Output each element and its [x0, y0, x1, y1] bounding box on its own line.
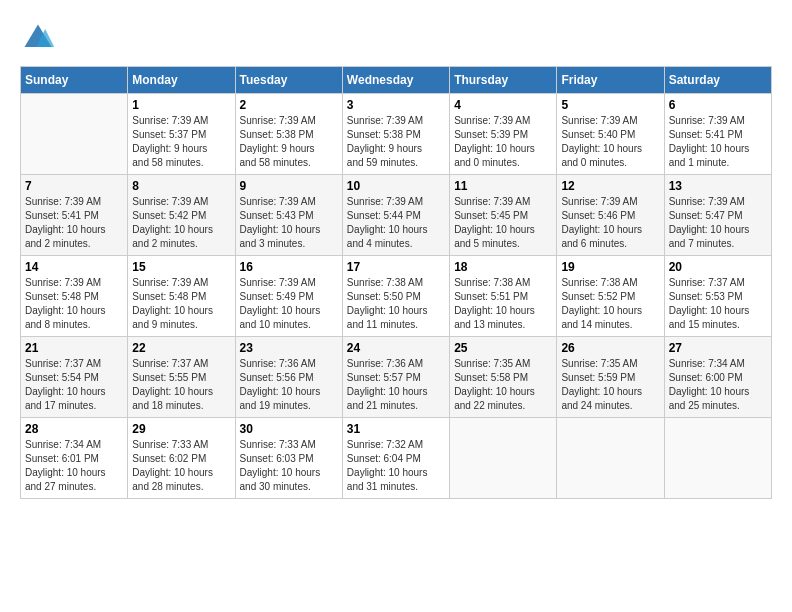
day-info: Sunrise: 7:37 AM Sunset: 5:53 PM Dayligh… [669, 276, 767, 332]
day-number: 26 [561, 341, 659, 355]
day-info: Sunrise: 7:33 AM Sunset: 6:03 PM Dayligh… [240, 438, 338, 494]
day-info: Sunrise: 7:34 AM Sunset: 6:00 PM Dayligh… [669, 357, 767, 413]
day-number: 29 [132, 422, 230, 436]
day-info: Sunrise: 7:39 AM Sunset: 5:43 PM Dayligh… [240, 195, 338, 251]
calendar-cell: 2Sunrise: 7:39 AM Sunset: 5:38 PM Daylig… [235, 94, 342, 175]
day-info: Sunrise: 7:39 AM Sunset: 5:49 PM Dayligh… [240, 276, 338, 332]
day-number: 19 [561, 260, 659, 274]
day-number: 18 [454, 260, 552, 274]
day-number: 25 [454, 341, 552, 355]
calendar-cell: 11Sunrise: 7:39 AM Sunset: 5:45 PM Dayli… [450, 175, 557, 256]
calendar-cell: 1Sunrise: 7:39 AM Sunset: 5:37 PM Daylig… [128, 94, 235, 175]
calendar-cell: 6Sunrise: 7:39 AM Sunset: 5:41 PM Daylig… [664, 94, 771, 175]
day-number: 12 [561, 179, 659, 193]
calendar-week-row: 28Sunrise: 7:34 AM Sunset: 6:01 PM Dayli… [21, 418, 772, 499]
weekday-header-tuesday: Tuesday [235, 67, 342, 94]
calendar-cell: 20Sunrise: 7:37 AM Sunset: 5:53 PM Dayli… [664, 256, 771, 337]
day-number: 13 [669, 179, 767, 193]
calendar-cell: 9Sunrise: 7:39 AM Sunset: 5:43 PM Daylig… [235, 175, 342, 256]
calendar-cell: 4Sunrise: 7:39 AM Sunset: 5:39 PM Daylig… [450, 94, 557, 175]
calendar-cell: 23Sunrise: 7:36 AM Sunset: 5:56 PM Dayli… [235, 337, 342, 418]
day-info: Sunrise: 7:38 AM Sunset: 5:50 PM Dayligh… [347, 276, 445, 332]
calendar-cell [557, 418, 664, 499]
calendar-week-row: 1Sunrise: 7:39 AM Sunset: 5:37 PM Daylig… [21, 94, 772, 175]
calendar-week-row: 21Sunrise: 7:37 AM Sunset: 5:54 PM Dayli… [21, 337, 772, 418]
day-number: 31 [347, 422, 445, 436]
day-info: Sunrise: 7:39 AM Sunset: 5:41 PM Dayligh… [669, 114, 767, 170]
day-number: 11 [454, 179, 552, 193]
day-info: Sunrise: 7:39 AM Sunset: 5:47 PM Dayligh… [669, 195, 767, 251]
day-number: 20 [669, 260, 767, 274]
calendar-cell: 25Sunrise: 7:35 AM Sunset: 5:58 PM Dayli… [450, 337, 557, 418]
day-info: Sunrise: 7:33 AM Sunset: 6:02 PM Dayligh… [132, 438, 230, 494]
day-info: Sunrise: 7:39 AM Sunset: 5:44 PM Dayligh… [347, 195, 445, 251]
calendar-cell: 3Sunrise: 7:39 AM Sunset: 5:38 PM Daylig… [342, 94, 449, 175]
day-info: Sunrise: 7:39 AM Sunset: 5:48 PM Dayligh… [25, 276, 123, 332]
calendar-cell: 12Sunrise: 7:39 AM Sunset: 5:46 PM Dayli… [557, 175, 664, 256]
day-info: Sunrise: 7:36 AM Sunset: 5:57 PM Dayligh… [347, 357, 445, 413]
day-number: 5 [561, 98, 659, 112]
day-number: 9 [240, 179, 338, 193]
day-number: 22 [132, 341, 230, 355]
day-number: 27 [669, 341, 767, 355]
day-info: Sunrise: 7:32 AM Sunset: 6:04 PM Dayligh… [347, 438, 445, 494]
day-number: 2 [240, 98, 338, 112]
day-info: Sunrise: 7:35 AM Sunset: 5:58 PM Dayligh… [454, 357, 552, 413]
calendar-cell: 13Sunrise: 7:39 AM Sunset: 5:47 PM Dayli… [664, 175, 771, 256]
calendar-cell: 26Sunrise: 7:35 AM Sunset: 5:59 PM Dayli… [557, 337, 664, 418]
weekday-header-row: SundayMondayTuesdayWednesdayThursdayFrid… [21, 67, 772, 94]
logo [20, 20, 62, 56]
calendar-cell: 14Sunrise: 7:39 AM Sunset: 5:48 PM Dayli… [21, 256, 128, 337]
calendar-cell: 19Sunrise: 7:38 AM Sunset: 5:52 PM Dayli… [557, 256, 664, 337]
weekday-header-monday: Monday [128, 67, 235, 94]
day-info: Sunrise: 7:37 AM Sunset: 5:55 PM Dayligh… [132, 357, 230, 413]
weekday-header-sunday: Sunday [21, 67, 128, 94]
calendar-cell: 5Sunrise: 7:39 AM Sunset: 5:40 PM Daylig… [557, 94, 664, 175]
day-info: Sunrise: 7:39 AM Sunset: 5:37 PM Dayligh… [132, 114, 230, 170]
calendar-cell [21, 94, 128, 175]
calendar-cell: 29Sunrise: 7:33 AM Sunset: 6:02 PM Dayli… [128, 418, 235, 499]
day-info: Sunrise: 7:38 AM Sunset: 5:51 PM Dayligh… [454, 276, 552, 332]
day-info: Sunrise: 7:39 AM Sunset: 5:42 PM Dayligh… [132, 195, 230, 251]
calendar-cell: 15Sunrise: 7:39 AM Sunset: 5:48 PM Dayli… [128, 256, 235, 337]
day-number: 17 [347, 260, 445, 274]
calendar-cell: 17Sunrise: 7:38 AM Sunset: 5:50 PM Dayli… [342, 256, 449, 337]
calendar-week-row: 14Sunrise: 7:39 AM Sunset: 5:48 PM Dayli… [21, 256, 772, 337]
day-number: 30 [240, 422, 338, 436]
logo-icon [20, 20, 56, 56]
day-info: Sunrise: 7:39 AM Sunset: 5:48 PM Dayligh… [132, 276, 230, 332]
day-info: Sunrise: 7:39 AM Sunset: 5:45 PM Dayligh… [454, 195, 552, 251]
day-number: 24 [347, 341, 445, 355]
day-number: 21 [25, 341, 123, 355]
calendar-cell: 22Sunrise: 7:37 AM Sunset: 5:55 PM Dayli… [128, 337, 235, 418]
day-number: 14 [25, 260, 123, 274]
day-number: 23 [240, 341, 338, 355]
calendar-cell: 8Sunrise: 7:39 AM Sunset: 5:42 PM Daylig… [128, 175, 235, 256]
day-number: 1 [132, 98, 230, 112]
page-header [20, 20, 772, 56]
calendar-cell: 10Sunrise: 7:39 AM Sunset: 5:44 PM Dayli… [342, 175, 449, 256]
day-info: Sunrise: 7:38 AM Sunset: 5:52 PM Dayligh… [561, 276, 659, 332]
day-info: Sunrise: 7:39 AM Sunset: 5:38 PM Dayligh… [347, 114, 445, 170]
day-number: 28 [25, 422, 123, 436]
day-number: 15 [132, 260, 230, 274]
day-info: Sunrise: 7:35 AM Sunset: 5:59 PM Dayligh… [561, 357, 659, 413]
calendar-week-row: 7Sunrise: 7:39 AM Sunset: 5:41 PM Daylig… [21, 175, 772, 256]
weekday-header-wednesday: Wednesday [342, 67, 449, 94]
day-number: 3 [347, 98, 445, 112]
calendar-table: SundayMondayTuesdayWednesdayThursdayFrid… [20, 66, 772, 499]
calendar-cell: 7Sunrise: 7:39 AM Sunset: 5:41 PM Daylig… [21, 175, 128, 256]
day-number: 4 [454, 98, 552, 112]
day-number: 16 [240, 260, 338, 274]
day-info: Sunrise: 7:39 AM Sunset: 5:41 PM Dayligh… [25, 195, 123, 251]
day-number: 7 [25, 179, 123, 193]
calendar-cell: 21Sunrise: 7:37 AM Sunset: 5:54 PM Dayli… [21, 337, 128, 418]
day-number: 8 [132, 179, 230, 193]
day-number: 6 [669, 98, 767, 112]
calendar-cell: 16Sunrise: 7:39 AM Sunset: 5:49 PM Dayli… [235, 256, 342, 337]
weekday-header-thursday: Thursday [450, 67, 557, 94]
day-info: Sunrise: 7:39 AM Sunset: 5:40 PM Dayligh… [561, 114, 659, 170]
day-info: Sunrise: 7:39 AM Sunset: 5:38 PM Dayligh… [240, 114, 338, 170]
calendar-cell: 27Sunrise: 7:34 AM Sunset: 6:00 PM Dayli… [664, 337, 771, 418]
day-number: 10 [347, 179, 445, 193]
